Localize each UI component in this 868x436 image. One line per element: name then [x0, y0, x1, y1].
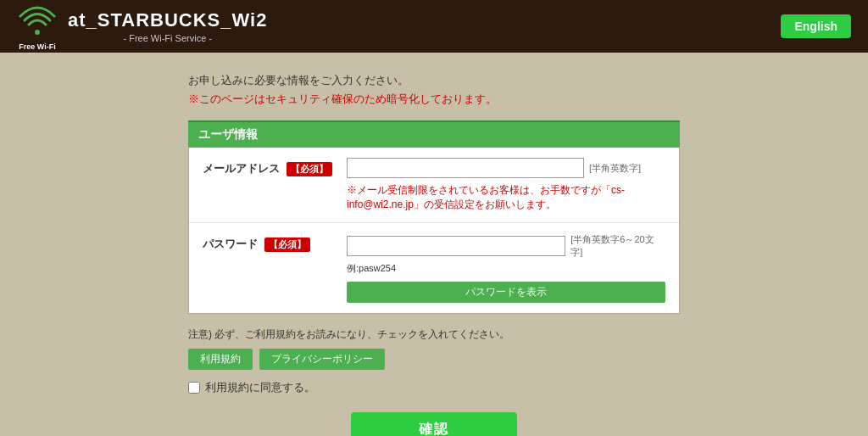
email-notice: ※メール受信制限をされているお客様は、お手数ですが「cs-info@wi2.ne…	[347, 183, 665, 212]
wifi-label: Free Wi-Fi	[19, 42, 55, 52]
confirm-button[interactable]: 確認	[351, 412, 517, 436]
password-example: 例:pasw254	[347, 262, 665, 275]
brand-title: at_STARBUCKS_Wi2	[68, 9, 267, 31]
header-left: Free Wi-Fi at_STARBUCKS_Wi2 - Free Wi-Fi…	[17, 2, 267, 52]
email-label: メールアドレス 【必須】	[203, 158, 347, 176]
show-password-button[interactable]: パスワードを表示	[347, 282, 665, 303]
password-label: パスワード 【必須】	[203, 233, 347, 252]
agree-checkbox[interactable]	[188, 382, 200, 394]
section-header: ユーザ情報	[188, 120, 680, 148]
privacy-button[interactable]: プライバシーポリシー	[259, 349, 385, 370]
english-button[interactable]: English	[781, 14, 851, 38]
security-notice: ※このページはセキュリティ確保のため暗号化しております。	[188, 92, 680, 107]
user-info-section: ユーザ情報 メールアドレス 【必須】 [半角英数字] ※メール受信制限をされてい…	[188, 120, 680, 314]
confirm-button-wrapper: 確認	[188, 412, 680, 436]
email-hint: [半角英数字]	[589, 162, 641, 175]
email-controls: [半角英数字] ※メール受信制限をされているお客様は、お手数ですが「cs-inf…	[347, 158, 665, 212]
bottom-section: 注意) 必ず、ご利用規約をお読みになり、チェックを入れてください。 利用規約 プ…	[188, 327, 680, 436]
agree-row: 利用規約に同意する。	[188, 380, 680, 395]
email-row: メールアドレス 【必須】 [半角英数字] ※メール受信制限をされているお客様は、…	[189, 148, 679, 223]
brand-info: at_STARBUCKS_Wi2 - Free Wi-Fi Service -	[68, 9, 267, 43]
email-required: 【必須】	[287, 162, 332, 176]
wifi-logo: Free Wi-Fi	[17, 2, 58, 52]
agree-label: 利用規約に同意する。	[205, 380, 315, 395]
password-required: 【必須】	[264, 238, 310, 252]
password-row: パスワード 【必須】 [半角英数字6～20文字] 例:pasw254 パスワード…	[189, 223, 679, 313]
password-controls: [半角英数字6～20文字] 例:pasw254 パスワードを表示	[347, 233, 665, 303]
header-right: English	[781, 14, 851, 38]
terms-notice: 注意) 必ず、ご利用規約をお読みになり、チェックを入れてください。	[188, 327, 680, 342]
main-content: お申し込みに必要な情報をご入力ください。 ※このページはセキュリティ確保のため暗…	[0, 53, 868, 436]
password-input-row: [半角英数字6～20文字]	[347, 233, 665, 259]
svg-point-0	[35, 30, 40, 35]
brand-subtitle: - Free Wi-Fi Service -	[68, 33, 267, 43]
instruction-text: お申し込みに必要な情報をご入力ください。	[188, 73, 680, 88]
password-input[interactable]	[347, 236, 565, 256]
password-hint: [半角英数字6～20文字]	[570, 233, 665, 259]
terms-buttons: 利用規約 プライバシーポリシー	[188, 349, 680, 370]
header: Free Wi-Fi at_STARBUCKS_Wi2 - Free Wi-Fi…	[0, 0, 868, 53]
section-body: メールアドレス 【必須】 [半角英数字] ※メール受信制限をされているお客様は、…	[188, 148, 680, 314]
email-input-row: [半角英数字]	[347, 158, 665, 178]
terms-button[interactable]: 利用規約	[188, 349, 253, 370]
content-wrapper: お申し込みに必要な情報をご入力ください。 ※このページはセキュリティ確保のため暗…	[188, 73, 680, 436]
email-input[interactable]	[347, 158, 584, 178]
